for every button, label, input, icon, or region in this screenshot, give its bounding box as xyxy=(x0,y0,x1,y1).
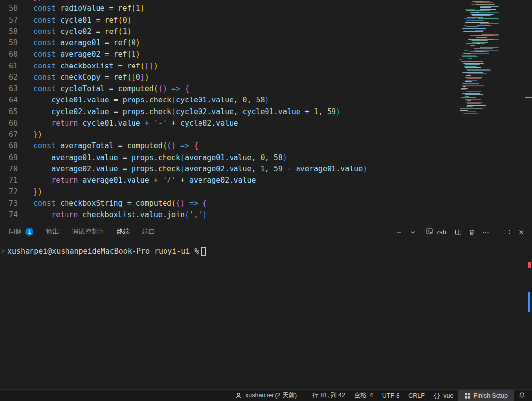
minimap-line xyxy=(465,96,469,97)
status-notifications[interactable] xyxy=(514,390,530,401)
line-number[interactable]: 66 xyxy=(0,118,18,129)
code-line[interactable]: 66 return cycle01.value + '-' + cycle02.… xyxy=(0,118,367,129)
line-number[interactable]: 61 xyxy=(0,61,18,72)
status-encoding[interactable]: UTF-8 xyxy=(378,390,404,401)
line-number[interactable]: 60 xyxy=(0,49,18,60)
kill-terminal-button[interactable] xyxy=(466,226,478,238)
minimap-line xyxy=(463,86,466,87)
line-number[interactable]: 62 xyxy=(0,72,18,83)
code-line[interactable]: 61const checkboxList = ref([]) xyxy=(0,61,367,72)
line-number[interactable]: 64 xyxy=(0,95,18,106)
braces-icon: {} xyxy=(433,392,440,399)
minimap-line xyxy=(464,66,477,67)
status-indentation[interactable]: 空格: 4 xyxy=(350,390,378,401)
panel-tab-ports[interactable]: 端口 xyxy=(139,223,158,240)
code-text: const cycle02 = ref(1) xyxy=(18,26,132,37)
minimap-line xyxy=(470,51,489,52)
code-line[interactable]: 56const radioValue = ref(1) xyxy=(0,3,367,14)
line-number[interactable]: 67 xyxy=(0,129,18,140)
code-line[interactable]: 58const cycle02 = ref(1) xyxy=(0,26,367,37)
more-actions-button[interactable] xyxy=(480,226,492,238)
code-line[interactable]: 57const cycle01 = ref(0) xyxy=(0,15,367,26)
line-number[interactable]: 59 xyxy=(0,37,18,49)
line-number[interactable]: 73 xyxy=(0,198,18,209)
code-line[interactable]: 69 average01.value = props.check(average… xyxy=(0,152,367,164)
panel-tab-debug-console[interactable]: 调试控制台 xyxy=(69,223,107,240)
minimap-line xyxy=(479,39,499,40)
minimap-line xyxy=(465,94,484,95)
line-number[interactable]: 56 xyxy=(0,3,18,14)
minimap-line xyxy=(462,93,480,94)
status-cursor-position[interactable]: 行 81, 列 42 xyxy=(308,390,350,401)
code-text: const radioValue = ref(1) xyxy=(18,3,145,14)
line-number[interactable]: 57 xyxy=(0,15,18,26)
line-number[interactable]: 58 xyxy=(0,26,18,37)
minimap-line xyxy=(464,50,469,51)
code-line[interactable]: 60const average02 = ref(1) xyxy=(0,49,367,60)
terminal-view[interactable]: > xushanpei@xushanpeideMacBook-Pro ruoyi… xyxy=(0,240,532,389)
terminal-prompt-line[interactable]: > xushanpei@xushanpeideMacBook-Pro ruoyi… xyxy=(4,247,532,256)
line-number[interactable]: 68 xyxy=(0,140,18,152)
maximize-panel-button[interactable] xyxy=(501,226,513,238)
code-line[interactable]: 63const cycleTotal = computed(() => { xyxy=(0,83,367,95)
terminal-instance-selector[interactable]: zsh xyxy=(426,227,446,236)
code-line[interactable]: 64 cycle01.value = props.check(cycle01.v… xyxy=(0,95,367,106)
plus-icon xyxy=(395,228,403,236)
minimap-line xyxy=(471,14,494,15)
minimap-line xyxy=(474,50,499,51)
prompt-decoration: > xyxy=(1,247,5,256)
code-line[interactable]: 68const averageTotal = computed(() => { xyxy=(0,140,367,152)
minimap-line xyxy=(477,25,491,26)
minimap-line xyxy=(471,4,495,5)
minimap[interactable] xyxy=(458,0,499,123)
minimap-line xyxy=(460,108,483,109)
line-number[interactable]: 63 xyxy=(0,83,18,95)
code-line[interactable]: 59const average01 = ref(0) xyxy=(0,37,367,49)
panel-tab-output[interactable]: 输出 xyxy=(43,223,62,240)
minimap-line xyxy=(467,105,486,106)
minimap-line xyxy=(467,111,476,112)
code-text: return average01.value + '/' + average02… xyxy=(18,175,256,186)
code-line[interactable]: 71 return average01.value + '/' + averag… xyxy=(0,175,367,186)
line-number[interactable]: 74 xyxy=(0,209,18,221)
code-editor[interactable]: 55})56const radioValue = ref(1)57const c… xyxy=(0,0,532,223)
status-language-mode[interactable]: {} vue xyxy=(429,390,458,401)
line-number[interactable]: 65 xyxy=(0,106,18,118)
close-icon xyxy=(517,228,525,236)
code-text: return cycle01.value + '-' + cycle02.val… xyxy=(18,118,238,129)
code-line[interactable]: 73const checkboxString = computed(() => … xyxy=(0,198,367,209)
line-number[interactable]: 70 xyxy=(0,164,18,175)
code-line[interactable]: 70 average02.value = props.check(average… xyxy=(0,164,367,175)
status-account[interactable]: xushanpei (2 天前) xyxy=(231,390,301,401)
minimap-line xyxy=(480,23,499,24)
terminal-icon xyxy=(426,227,433,236)
code-line[interactable]: 67}) xyxy=(0,129,367,140)
code-line[interactable]: 72}) xyxy=(0,186,367,198)
status-finish-setup[interactable]: Finish Setup xyxy=(458,390,514,401)
minimap-line xyxy=(466,10,490,11)
minimap-line xyxy=(465,22,489,23)
code-lines[interactable]: 55})56const radioValue = ref(1)57const c… xyxy=(0,0,367,221)
close-panel-button[interactable] xyxy=(515,226,527,238)
status-eol[interactable]: CRLF xyxy=(404,390,429,401)
new-terminal-button[interactable] xyxy=(393,226,405,238)
terminal-scrollbar-thumb[interactable] xyxy=(528,292,530,312)
minimap-line xyxy=(465,99,480,100)
panel-tab-terminal[interactable]: 终端 xyxy=(114,223,133,240)
line-number[interactable]: 71 xyxy=(0,175,18,186)
panel-tab-label: 终端 xyxy=(117,227,130,236)
minimap-line xyxy=(472,15,491,16)
panel-tab-problems[interactable]: 问题1 xyxy=(6,223,36,240)
minimap-line xyxy=(466,26,478,27)
split-terminal-button[interactable] xyxy=(452,226,464,238)
minimap-line xyxy=(462,56,478,57)
terminal-profile-dropdown[interactable] xyxy=(407,226,419,238)
code-line[interactable]: 65 cycle02.value = props.check(cycle02.v… xyxy=(0,106,367,118)
minimap-line xyxy=(461,61,483,62)
line-number[interactable]: 72 xyxy=(0,186,18,198)
minimap-line xyxy=(465,9,475,10)
terminal-overview-red-mark xyxy=(528,262,531,268)
line-number[interactable]: 69 xyxy=(0,152,18,164)
code-line[interactable]: 74 return checkboxList.value.join(',') xyxy=(0,209,367,221)
code-line[interactable]: 62const checkCopy = ref([0]) xyxy=(0,72,367,83)
